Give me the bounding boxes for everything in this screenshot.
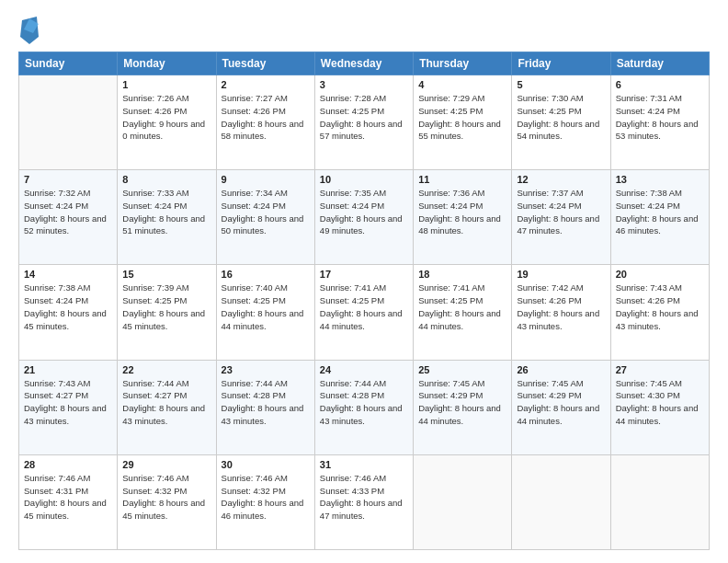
calendar-day-cell: 9Sunrise: 7:34 AMSunset: 4:24 PMDaylight… xyxy=(216,170,314,265)
day-info: Sunrise: 7:43 AMSunset: 4:26 PMDaylight:… xyxy=(616,282,704,332)
calendar-day-cell: 18Sunrise: 7:41 AMSunset: 4:25 PMDayligh… xyxy=(414,265,512,360)
day-info: Sunrise: 7:38 AMSunset: 4:24 PMDaylight:… xyxy=(24,282,112,332)
calendar-day-cell: 10Sunrise: 7:35 AMSunset: 4:24 PMDayligh… xyxy=(314,170,413,265)
day-number: 11 xyxy=(418,174,506,185)
calendar-day-cell: 31Sunrise: 7:46 AMSunset: 4:33 PMDayligh… xyxy=(314,454,413,549)
day-number: 3 xyxy=(320,79,408,90)
calendar-day-cell xyxy=(19,75,118,170)
calendar-day-cell: 17Sunrise: 7:41 AMSunset: 4:25 PMDayligh… xyxy=(314,265,413,360)
logo-icon xyxy=(20,17,39,42)
day-number: 24 xyxy=(320,364,408,375)
day-number: 5 xyxy=(517,79,605,90)
weekday-header: Sunday xyxy=(19,52,118,75)
calendar-day-cell: 19Sunrise: 7:42 AMSunset: 4:26 PMDayligh… xyxy=(512,265,610,360)
day-info: Sunrise: 7:32 AMSunset: 4:24 PMDaylight:… xyxy=(24,187,112,237)
day-info: Sunrise: 7:27 AMSunset: 4:26 PMDaylight:… xyxy=(222,92,310,143)
header xyxy=(18,17,710,42)
day-number: 14 xyxy=(24,269,112,280)
day-info: Sunrise: 7:28 AMSunset: 4:25 PMDaylight:… xyxy=(320,92,408,143)
day-number: 6 xyxy=(616,79,704,90)
day-info: Sunrise: 7:31 AMSunset: 4:24 PMDaylight:… xyxy=(616,92,704,143)
day-number: 31 xyxy=(320,459,408,470)
day-number: 21 xyxy=(24,364,112,375)
day-number: 22 xyxy=(122,364,210,375)
day-info: Sunrise: 7:45 AMSunset: 4:30 PMDaylight:… xyxy=(616,377,704,428)
calendar-day-cell: 23Sunrise: 7:44 AMSunset: 4:28 PMDayligh… xyxy=(216,360,314,454)
calendar-day-cell: 6Sunrise: 7:31 AMSunset: 4:24 PMDaylight… xyxy=(610,75,709,170)
day-number: 8 xyxy=(122,174,210,185)
calendar-day-cell: 24Sunrise: 7:44 AMSunset: 4:28 PMDayligh… xyxy=(314,360,413,454)
day-info: Sunrise: 7:41 AMSunset: 4:25 PMDaylight:… xyxy=(320,282,408,332)
calendar-header-row: SundayMondayTuesdayWednesdayThursdayFrid… xyxy=(19,52,710,75)
day-info: Sunrise: 7:43 AMSunset: 4:27 PMDaylight:… xyxy=(24,377,112,428)
calendar-day-cell: 4Sunrise: 7:29 AMSunset: 4:25 PMDaylight… xyxy=(414,75,512,170)
day-info: Sunrise: 7:46 AMSunset: 4:32 PMDaylight:… xyxy=(222,472,310,523)
day-info: Sunrise: 7:44 AMSunset: 4:28 PMDaylight:… xyxy=(222,377,310,428)
day-number: 9 xyxy=(222,174,310,185)
day-info: Sunrise: 7:46 AMSunset: 4:33 PMDaylight:… xyxy=(320,472,408,523)
day-number: 26 xyxy=(517,364,605,375)
day-info: Sunrise: 7:46 AMSunset: 4:31 PMDaylight:… xyxy=(24,472,112,523)
day-number: 30 xyxy=(222,459,310,470)
day-number: 12 xyxy=(517,174,605,185)
day-number: 19 xyxy=(517,269,605,280)
calendar-day-cell: 22Sunrise: 7:44 AMSunset: 4:27 PMDayligh… xyxy=(118,360,216,454)
weekday-header: Friday xyxy=(512,52,610,75)
calendar-day-cell: 28Sunrise: 7:46 AMSunset: 4:31 PMDayligh… xyxy=(19,454,118,549)
calendar-day-cell: 2Sunrise: 7:27 AMSunset: 4:26 PMDaylight… xyxy=(216,75,314,170)
calendar-day-cell: 12Sunrise: 7:37 AMSunset: 4:24 PMDayligh… xyxy=(512,170,610,265)
logo xyxy=(18,17,39,42)
calendar-day-cell: 16Sunrise: 7:40 AMSunset: 4:25 PMDayligh… xyxy=(216,265,314,360)
weekday-header: Tuesday xyxy=(216,52,314,75)
calendar-day-cell xyxy=(414,454,512,549)
day-number: 18 xyxy=(418,269,506,280)
calendar-day-cell: 1Sunrise: 7:26 AMSunset: 4:26 PMDaylight… xyxy=(118,75,216,170)
day-number: 2 xyxy=(222,79,310,90)
calendar-day-cell: 27Sunrise: 7:45 AMSunset: 4:30 PMDayligh… xyxy=(610,360,709,454)
day-info: Sunrise: 7:42 AMSunset: 4:26 PMDaylight:… xyxy=(517,282,605,332)
day-info: Sunrise: 7:44 AMSunset: 4:27 PMDaylight:… xyxy=(122,377,210,428)
day-number: 23 xyxy=(222,364,310,375)
calendar-week-row: 7Sunrise: 7:32 AMSunset: 4:24 PMDaylight… xyxy=(19,170,710,265)
day-number: 17 xyxy=(320,269,408,280)
weekday-header: Saturday xyxy=(610,52,709,75)
calendar-day-cell: 3Sunrise: 7:28 AMSunset: 4:25 PMDaylight… xyxy=(314,75,413,170)
calendar-day-cell: 8Sunrise: 7:33 AMSunset: 4:24 PMDaylight… xyxy=(118,170,216,265)
day-number: 7 xyxy=(24,174,112,185)
weekday-header: Thursday xyxy=(414,52,512,75)
day-info: Sunrise: 7:37 AMSunset: 4:24 PMDaylight:… xyxy=(517,187,605,237)
day-info: Sunrise: 7:33 AMSunset: 4:24 PMDaylight:… xyxy=(122,187,210,237)
day-info: Sunrise: 7:45 AMSunset: 4:29 PMDaylight:… xyxy=(517,377,605,428)
day-info: Sunrise: 7:45 AMSunset: 4:29 PMDaylight:… xyxy=(418,377,506,428)
calendar-day-cell: 15Sunrise: 7:39 AMSunset: 4:25 PMDayligh… xyxy=(118,265,216,360)
calendar-day-cell: 5Sunrise: 7:30 AMSunset: 4:25 PMDaylight… xyxy=(512,75,610,170)
calendar-week-row: 28Sunrise: 7:46 AMSunset: 4:31 PMDayligh… xyxy=(19,454,710,549)
calendar-day-cell: 20Sunrise: 7:43 AMSunset: 4:26 PMDayligh… xyxy=(610,265,709,360)
day-info: Sunrise: 7:29 AMSunset: 4:25 PMDaylight:… xyxy=(418,92,506,143)
day-number: 1 xyxy=(122,79,210,90)
calendar-day-cell: 11Sunrise: 7:36 AMSunset: 4:24 PMDayligh… xyxy=(414,170,512,265)
day-info: Sunrise: 7:46 AMSunset: 4:32 PMDaylight:… xyxy=(122,472,210,523)
weekday-header: Wednesday xyxy=(314,52,413,75)
calendar-week-row: 21Sunrise: 7:43 AMSunset: 4:27 PMDayligh… xyxy=(19,360,710,454)
calendar-week-row: 14Sunrise: 7:38 AMSunset: 4:24 PMDayligh… xyxy=(19,265,710,360)
day-number: 13 xyxy=(616,174,704,185)
day-info: Sunrise: 7:26 AMSunset: 4:26 PMDaylight:… xyxy=(122,92,210,143)
page: SundayMondayTuesdayWednesdayThursdayFrid… xyxy=(0,0,728,563)
day-info: Sunrise: 7:35 AMSunset: 4:24 PMDaylight:… xyxy=(320,187,408,237)
day-info: Sunrise: 7:30 AMSunset: 4:25 PMDaylight:… xyxy=(517,92,605,143)
day-info: Sunrise: 7:34 AMSunset: 4:24 PMDaylight:… xyxy=(222,187,310,237)
day-number: 28 xyxy=(24,459,112,470)
calendar-day-cell: 13Sunrise: 7:38 AMSunset: 4:24 PMDayligh… xyxy=(610,170,709,265)
day-info: Sunrise: 7:36 AMSunset: 4:24 PMDaylight:… xyxy=(418,187,506,237)
day-number: 4 xyxy=(418,79,506,90)
calendar-day-cell xyxy=(512,454,610,549)
day-number: 15 xyxy=(122,269,210,280)
day-info: Sunrise: 7:40 AMSunset: 4:25 PMDaylight:… xyxy=(222,282,310,332)
calendar-day-cell xyxy=(610,454,709,549)
calendar-day-cell: 21Sunrise: 7:43 AMSunset: 4:27 PMDayligh… xyxy=(19,360,118,454)
weekday-header: Monday xyxy=(118,52,216,75)
day-number: 25 xyxy=(418,364,506,375)
day-number: 10 xyxy=(320,174,408,185)
calendar-week-row: 1Sunrise: 7:26 AMSunset: 4:26 PMDaylight… xyxy=(19,75,710,170)
